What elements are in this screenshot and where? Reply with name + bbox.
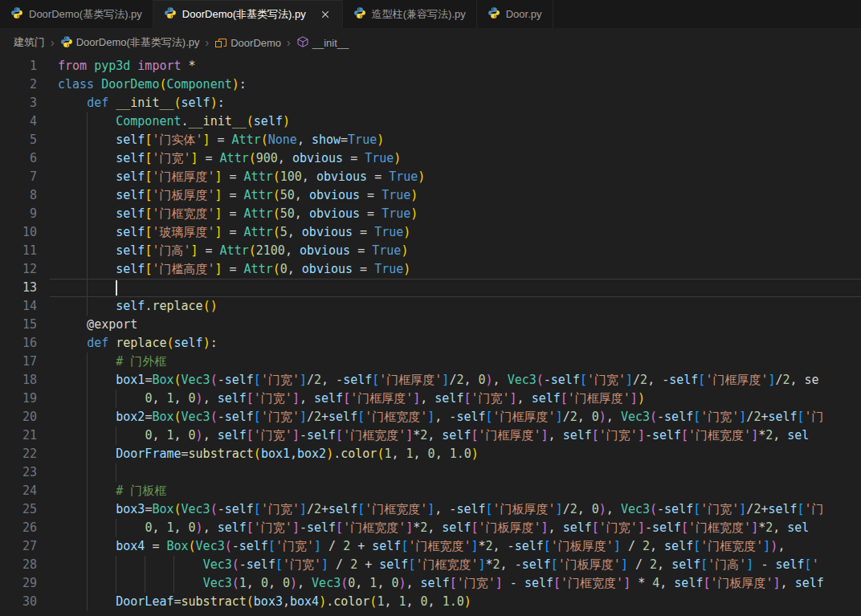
tab-label: DoorDemo(基类写法).py — [29, 7, 142, 22]
indent-guide — [87, 242, 88, 260]
indent-guide — [87, 112, 88, 131]
code-line[interactable]: 3 def __init__(self): — [0, 94, 861, 112]
indent-guide — [87, 482, 88, 500]
code-line[interactable]: 18 box1=Box(Vec3(-self['门宽']/2, -self['门… — [0, 371, 861, 390]
line-number: 10 — [0, 223, 37, 242]
indent-guide — [87, 445, 88, 463]
line-number: 30 — [0, 593, 37, 611]
line-number: 19 — [0, 390, 37, 408]
indent-guide — [87, 408, 88, 426]
code-text: # 门板框 — [58, 482, 861, 500]
code-line[interactable]: 27 box4 = Box(Vec3(-self['门宽'] / 2 + sel… — [0, 537, 861, 556]
breadcrumb-item[interactable]: DoorDemo — [214, 35, 281, 51]
editor-tab[interactable]: Door.py — [477, 0, 553, 28]
breadcrumb: 建筑门›DoorDemo(非基类写法).py›DoorDemo›__init__ — [0, 28, 861, 57]
code-text: 0, 1, 0), self['门宽']-self['门框宽度']*2, sel… — [58, 519, 861, 537]
code-line[interactable]: 12 self['门槛高度'] = Attr(0, obvious = True… — [0, 260, 861, 279]
indent-guide — [173, 574, 174, 593]
code-line[interactable]: 24 # 门板框 — [0, 482, 861, 500]
code-line[interactable]: 2class DoorDemo(Component): — [0, 75, 861, 94]
code-line[interactable]: 9 self['门框宽度'] = Attr(50, obvious = True… — [0, 205, 861, 223]
code-text: self['门高'] = Attr(2100, obvious = True) — [58, 242, 861, 260]
code-line[interactable]: 1from pyp3d import * — [0, 57, 861, 75]
indent-guide — [87, 500, 88, 519]
breadcrumb-separator: › — [285, 36, 292, 49]
breadcrumb-separator: › — [49, 36, 56, 49]
code-text: Vec3(-self['门宽'] / 2 + self['门框宽度']*2, -… — [58, 556, 861, 574]
line-number: 1 — [0, 57, 37, 75]
code-line[interactable]: 6 self['门宽'] = Attr(900, obvious = True) — [0, 149, 861, 168]
line-number: 21 — [0, 426, 37, 445]
python-icon — [353, 6, 366, 22]
code-line[interactable]: 21 0, 1, 0), self['门宽']-self['门框宽度']*2, … — [0, 426, 861, 445]
indent-guide — [87, 205, 88, 223]
code-line[interactable]: 30 DoorLeaf=substract(box3,box4).color(1… — [0, 593, 861, 611]
breadcrumb-separator: › — [204, 36, 211, 49]
tab-label: Door.py — [506, 8, 542, 20]
code-text: box1=Box(Vec3(-self['门宽']/2, -self['门框厚度… — [58, 371, 861, 390]
line-number: 14 — [0, 297, 37, 316]
code-line[interactable]: 4 Component.__init__(self) — [0, 112, 861, 131]
code-line[interactable]: 22 DoorFrame=substract(box1,box2).color(… — [0, 445, 861, 463]
code-line[interactable]: 7 self['门框厚度'] = Attr(100, obvious = Tru… — [0, 168, 861, 186]
line-number: 9 — [0, 205, 37, 223]
code-text: DoorFrame=substract(box1,box2).color(1, … — [58, 445, 861, 463]
tab-label: 造型柱(兼容写法).py — [372, 7, 466, 22]
code-line[interactable]: 11 self['门高'] = Attr(2100, obvious = Tru… — [0, 242, 861, 260]
line-number: 29 — [0, 574, 37, 593]
breadcrumb-item[interactable]: 建筑门 — [14, 35, 45, 50]
indent-guide — [87, 297, 88, 316]
editor-tab[interactable]: DoorDemo(非基类写法).py — [153, 0, 343, 28]
line-number: 7 — [0, 168, 37, 186]
close-icon[interactable] — [319, 8, 332, 21]
indent-guide — [87, 186, 88, 205]
indent-guide — [116, 426, 116, 445]
indent-guide — [87, 149, 88, 168]
code-line[interactable]: 26 0, 1, 0), self['门宽']-self['门框宽度']*2, … — [0, 519, 861, 537]
code-text: from pyp3d import * — [58, 57, 861, 75]
line-number: 3 — [0, 94, 37, 112]
code-text: self['玻璃厚度'] = Attr(5, obvious = True) — [58, 223, 861, 242]
code-text: def __init__(self): — [58, 94, 861, 112]
line-number: 8 — [0, 186, 37, 205]
line-number: 6 — [0, 149, 37, 168]
code-line[interactable]: 25 box3=Box(Vec3(-self['门宽']/2+self['门框宽… — [0, 500, 861, 519]
code-editor[interactable]: 1from pyp3d import *2class DoorDemo(Comp… — [0, 57, 861, 611]
indent-guide — [145, 556, 145, 574]
code-line[interactable]: 5 self['门实体'] = Attr(None, show=True) — [0, 131, 861, 149]
indent-guide — [145, 574, 145, 593]
code-line[interactable]: 16 def replace(self): — [0, 334, 861, 353]
line-number: 25 — [0, 500, 37, 519]
code-line[interactable]: 23 — [0, 463, 861, 482]
breadcrumb-item[interactable]: DoorDemo(非基类写法).py — [60, 35, 200, 51]
code-line[interactable]: 19 0, 1, 0), self['门宽'], self['门框厚度'], s… — [0, 390, 861, 408]
python-icon — [164, 6, 177, 22]
code-line[interactable]: 15 @export — [0, 316, 861, 334]
code-text: box3=Box(Vec3(-self['门宽']/2+self['门框宽度']… — [58, 500, 861, 519]
code-line[interactable]: 28 Vec3(-self['门宽'] / 2 + self['门框宽度']*2… — [0, 556, 861, 574]
breadcrumb-label: __init__ — [312, 37, 349, 49]
editor-tab[interactable]: DoorDemo(基类写法).py — [0, 0, 153, 28]
code-text — [58, 463, 861, 482]
indent-guide — [87, 556, 88, 574]
line-number: 20 — [0, 408, 37, 426]
code-line[interactable]: 17 # 门外框 — [0, 353, 861, 371]
editor-tab[interactable]: 造型柱(兼容写法).py — [343, 0, 477, 28]
line-number: 23 — [0, 463, 37, 482]
text-cursor — [116, 280, 117, 296]
breadcrumb-item[interactable]: __init__ — [296, 35, 349, 51]
code-line[interactable]: 13 — [0, 279, 861, 297]
line-number: 18 — [0, 371, 37, 390]
python-icon — [60, 35, 73, 51]
code-line[interactable]: 29 Vec3(1, 0, 0), Vec3(0, 1, 0), self['门… — [0, 574, 861, 593]
line-number: 15 — [0, 316, 37, 334]
code-text: box2=Box(Vec3(-self['门宽']/2+self['门框宽度']… — [58, 408, 861, 426]
line-number: 26 — [0, 519, 37, 537]
line-number: 24 — [0, 482, 37, 500]
indent-guide — [116, 519, 116, 537]
line-number: 12 — [0, 260, 37, 279]
code-line[interactable]: 10 self['玻璃厚度'] = Attr(5, obvious = True… — [0, 223, 861, 242]
code-line[interactable]: 14 self.replace() — [0, 297, 861, 316]
code-line[interactable]: 8 self['门板厚度'] = Attr(50, obvious = True… — [0, 186, 861, 205]
code-line[interactable]: 20 box2=Box(Vec3(-self['门宽']/2+self['门框宽… — [0, 408, 861, 426]
